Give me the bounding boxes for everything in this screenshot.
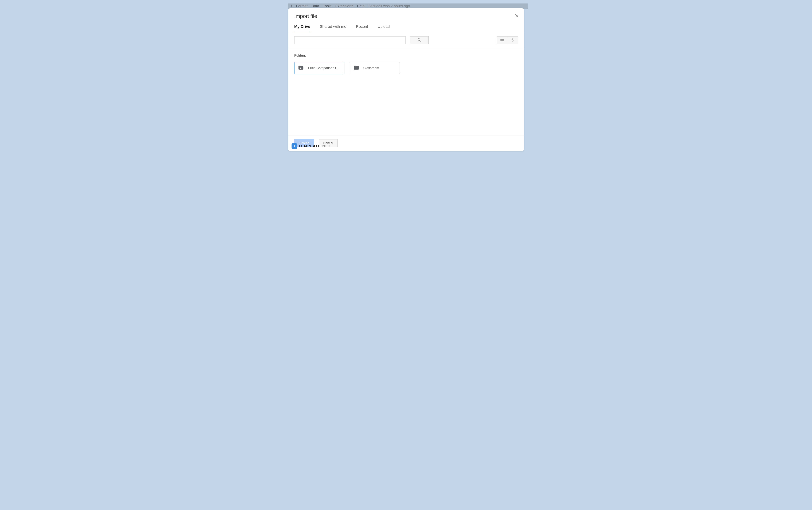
menu-extensions: Extensions [336,4,353,8]
search-icon [417,38,421,42]
folder-name: Classroom [364,66,379,70]
search-row: AZ [288,32,524,48]
tab-recent[interactable]: Recent [356,24,368,32]
svg-point-0 [418,38,420,41]
menu-help: Help [357,4,365,8]
close-icon [515,13,518,19]
folder-card-price-comparison[interactable]: Price Comparison t… [294,62,344,74]
menu-data: Data [311,4,319,8]
tab-upload[interactable]: Upload [378,24,390,32]
folder-card-classroom[interactable]: Classroom [350,62,400,74]
watermark-text: TEMPLATE.NET [298,144,331,148]
folder-icon [353,65,359,71]
search-input[interactable] [294,36,406,44]
folder-grid: Price Comparison t… Classroom [294,62,518,74]
watermark: T TEMPLATE.NET [292,143,331,149]
tabs-row: My Drive Shared with me Recent Upload [288,19,524,32]
list-view-icon [500,38,504,42]
sort-button[interactable]: AZ [507,36,518,44]
dialog-title: Import file [294,13,518,19]
tab-shared-with-me[interactable]: Shared with me [320,24,346,32]
import-file-dialog: Import file My Drive Shared with me Rece… [288,8,524,151]
folder-name: Price Comparison t… [308,66,340,70]
sort-az-icon: AZ [511,38,514,42]
last-edit-status: Last edit was 2 hours ago [369,4,410,8]
shared-folder-icon [298,65,304,71]
folders-section-label: Folders [294,54,518,58]
content-area: Folders Price Comparison t… Classroom [288,48,524,135]
svg-text:Z: Z [513,40,514,41]
close-button[interactable] [515,13,518,18]
menu-format: Format [296,4,308,8]
background-menubar: t Format Data Tools Extensions Help Last… [288,3,528,9]
list-view-button[interactable] [497,36,507,44]
menu-fragment: t [291,4,292,8]
watermark-badge: T [292,143,297,149]
svg-line-1 [419,40,420,41]
svg-point-8 [300,68,301,68]
menu-tools: Tools [323,4,331,8]
search-button[interactable] [410,36,429,44]
tab-my-drive[interactable]: My Drive [294,24,310,32]
